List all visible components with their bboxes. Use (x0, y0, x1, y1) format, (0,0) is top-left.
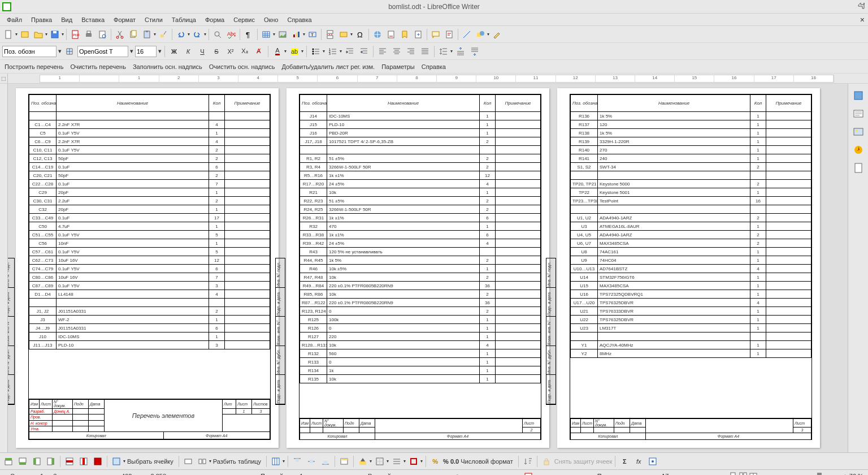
table-row[interactable] (300, 146, 541, 154)
table-row[interactable]: C10, C110.1uF Y5V2 (29, 146, 270, 154)
find-button[interactable] (211, 28, 224, 41)
table-row[interactable]: TP22Keystone 50011 (571, 188, 811, 197)
table-row[interactable]: C51…C550.1uF Y5V5 (29, 231, 270, 239)
cmd-build-list[interactable]: Построить перечень (5, 63, 63, 70)
table-row[interactable]: U21TPS76333DBVR1 (571, 307, 811, 316)
tbl-borders-button[interactable] (374, 455, 386, 468)
table-row[interactable]: U17…U20TPS76325DBVR4 (571, 299, 811, 307)
title-block-2[interactable]: ИзмЛистN° докум.ПодпДатаЛист 2 Копировал… (300, 418, 541, 439)
sidebar-styles-icon[interactable] (851, 106, 866, 121)
document-area[interactable]: Поз. обозна-чениеНаименованиеКолПримечан… (8, 84, 848, 452)
table-row[interactable]: R1341k1 (300, 366, 541, 375)
export-pdf-button[interactable]: PDF (69, 28, 81, 41)
status-sig[interactable] (519, 472, 538, 476)
menu-table[interactable]: Таблица (167, 15, 201, 24)
numbering-button[interactable]: 123 (327, 45, 339, 58)
title-block-3[interactable]: ИзмЛистN° докум.ПодпДатаЛист 3 Копировал… (570, 418, 811, 439)
status-insert[interactable]: ⎀ (450, 473, 465, 476)
tbl-del-row-button[interactable] (63, 455, 76, 468)
status-view-multi-icon[interactable] (739, 472, 747, 476)
status-lang[interactable]: Русский (362, 473, 397, 476)
spellcheck-button[interactable]: Abç (225, 28, 237, 41)
table-row[interactable]: R4610k ±5%1 (300, 265, 541, 273)
highlight-button[interactable]: ab (288, 45, 301, 58)
para-above-button[interactable] (454, 45, 467, 58)
status-view-book-icon[interactable] (749, 472, 757, 476)
table-row[interactable]: C1…C42.2nF X7R4 (29, 120, 270, 129)
cmd-add-remove-regsheet[interactable]: Добавить/удалить лист рег. изм. (281, 63, 375, 70)
italic-button[interactable]: К (182, 45, 194, 58)
table-row[interactable]: Y28MHz1 (571, 349, 811, 358)
new-doc-button[interactable] (2, 28, 15, 41)
table-row[interactable]: U14STM32F756IGT61 (571, 273, 811, 282)
table-row[interactable]: C62…C7310uF 16V12 (29, 256, 270, 265)
cross-ref-button[interactable] (412, 28, 424, 41)
tbl-borderstyle-button[interactable] (390, 455, 403, 468)
bookmark-button[interactable] (398, 28, 411, 41)
comment-button[interactable] (429, 28, 442, 41)
insert-textbox-button[interactable]: T (306, 28, 319, 41)
table-row[interactable]: C5610nF1 (29, 239, 270, 248)
table-row[interactable]: C20, C2150pF2 (29, 171, 270, 180)
subscript-button[interactable]: X₂ (238, 45, 251, 58)
clone-fmt-button[interactable] (157, 28, 170, 41)
menu-window[interactable]: Окно (259, 15, 283, 24)
fontsize-combo[interactable] (135, 46, 157, 57)
table-row[interactable] (571, 205, 811, 214)
table-row[interactable]: C3220pF1 (29, 205, 270, 214)
table-row[interactable]: J14IDC-10MS1 (300, 112, 541, 120)
menu-view[interactable]: Вид (57, 15, 77, 24)
table-row[interactable]: C14…C190.1uF6 (29, 163, 270, 171)
table-row[interactable]: TP20, TP21Keystone 50002 (571, 180, 811, 188)
track-changes-button[interactable] (443, 28, 455, 41)
menu-insert[interactable]: Вставка (77, 15, 109, 24)
table-row[interactable]: Y1AQCJYA-40MHz1 (571, 341, 811, 349)
insert-table-button[interactable] (260, 28, 272, 41)
menu-form[interactable]: Форма (201, 15, 229, 24)
status-words[interactable]: 492 слов, 2 058 символов (116, 473, 201, 476)
table-row[interactable]: C12, C1350pF2 (29, 154, 270, 163)
align-center-button[interactable] (390, 45, 403, 58)
indent-inc-button[interactable] (344, 45, 356, 58)
underline-button[interactable]: Ч (196, 45, 209, 58)
table-row[interactable]: C50.1uF Y5V1 (29, 129, 270, 137)
table-row[interactable]: J4…J9J01151A03316 (29, 324, 270, 332)
tbl-bgcolor-button[interactable] (357, 455, 369, 468)
table-row[interactable]: R47, R4810k2 (300, 273, 541, 282)
table-row[interactable]: D1…D4LL41484 (29, 290, 270, 299)
table-row[interactable]: C22…C280.1uF7 (29, 180, 270, 188)
table-row[interactable]: R24, R253266W-1-500LF 50R2 (300, 205, 541, 214)
table-row[interactable]: R2110k1 (300, 188, 541, 197)
table-row[interactable]: R13510k1 (300, 375, 541, 383)
menu-tools[interactable]: Сервис (229, 15, 259, 24)
horizontal-ruler[interactable]: 1123456789101112131415161718 (40, 75, 834, 83)
insert-chart-button[interactable] (290, 28, 302, 41)
page-3[interactable]: Поз. обозна-чениеНаименованиеКолПримечан… (557, 88, 820, 448)
table-row[interactable]: C2920pF1 (29, 188, 270, 197)
tbl-row-below-button[interactable] (16, 455, 29, 468)
table-row[interactable]: R87…R122220 ±0.1% PTFR0805B220RN936 (300, 299, 541, 307)
align-right-button[interactable] (405, 45, 417, 58)
insert-image-button[interactable] (276, 28, 289, 41)
tbl-del-table-button[interactable] (92, 455, 104, 468)
hyperlink-button[interactable] (371, 28, 384, 41)
tbl-autoformat-button[interactable] (338, 455, 350, 468)
table-row[interactable]: R125100k1 (300, 316, 541, 324)
table-row[interactable]: C30, C312.2uF2 (29, 197, 270, 205)
cmd-fill-titleblock[interactable]: Заполнить осн. надпись (133, 63, 202, 70)
menu-help[interactable]: Справка (283, 15, 316, 24)
table-row[interactable]: R1325601 (300, 349, 541, 358)
undo-button[interactable] (175, 28, 187, 41)
cmd-clear-list[interactable]: Очистить перечень (70, 63, 126, 70)
table-row[interactable]: C33…C490.1uF17 (29, 214, 270, 222)
menu-format[interactable]: Формат (109, 15, 140, 24)
font-color-button[interactable]: A (271, 45, 284, 58)
sidebar-gallery-icon[interactable] (851, 124, 866, 139)
table-row[interactable]: R12601 (300, 324, 541, 332)
copy-button[interactable] (127, 28, 140, 41)
tbl-del-col-button[interactable] (77, 455, 90, 468)
tbl-row-above-button[interactable] (2, 455, 15, 468)
status-doc[interactable]: Перечень_элементов:A7 (592, 473, 675, 476)
table-row[interactable]: R128…R13110k4 (300, 341, 541, 349)
line-spacing-button[interactable] (437, 45, 450, 58)
